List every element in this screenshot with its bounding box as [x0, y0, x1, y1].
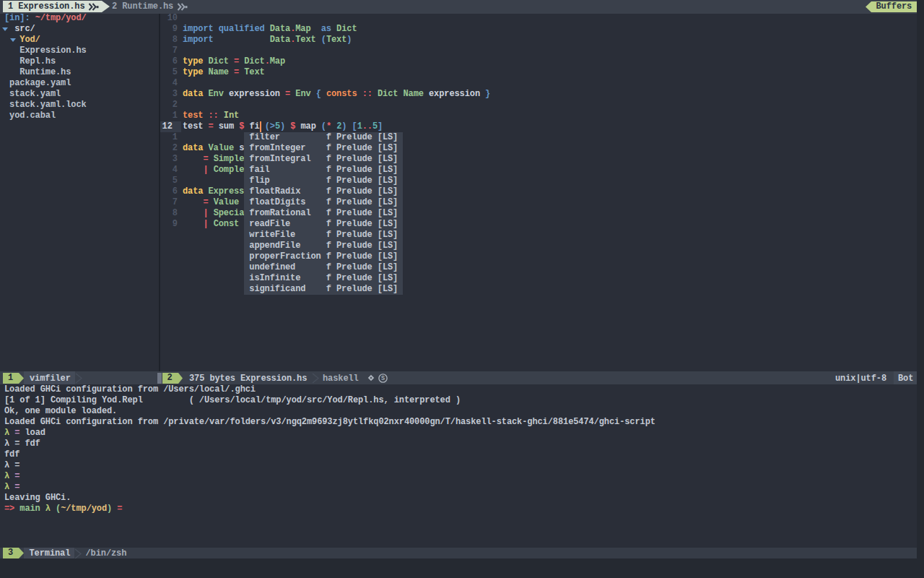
svg-text:S: S [380, 375, 384, 382]
